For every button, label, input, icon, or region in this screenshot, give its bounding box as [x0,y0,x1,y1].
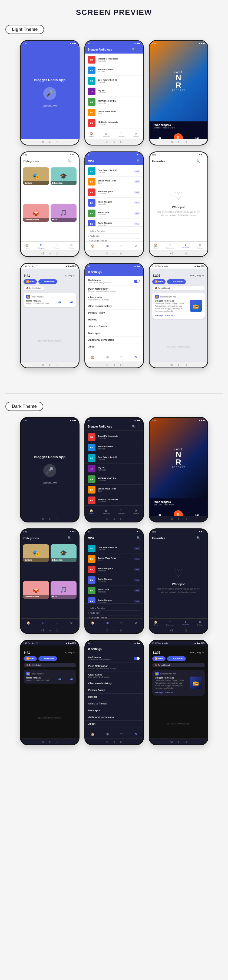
t-c-md[interactable]: ⊞ [106,621,109,625]
category-item[interactable]: 🎓 Education [51,544,77,562]
t-fav-fav-l[interactable]: ♥Favorites [182,243,189,248]
t-h-fd[interactable]: 🏠Home [154,620,158,626]
tab-settings-cat-light[interactable]: ⚙Settings [69,243,74,249]
radio-info-dark[interactable]: ℹ Radio Info [88,611,140,616]
settings-item[interactable]: Push Notification Receive push notificat… [85,286,143,294]
add-to-fav-light[interactable]: + Add to Favorite [88,229,140,234]
nc-wifi-dark[interactable]: 📶 WiFi [152,656,166,661]
list-item[interactable]: AN ANTARA - 94.7 FM Indonesia [85,474,143,485]
list-item[interactable]: CO Cool Fahrenheit 88 Thailand Misc [85,166,143,177]
settings-item[interactable]: Additional permission [85,337,143,344]
t-s-sd[interactable]: ⚙ [134,733,137,736]
t-home-dark[interactable]: 🏠Home [89,509,94,514]
t-cat-dark[interactable]: ⊞Categories [102,509,110,514]
tab-categories-light[interactable]: ⊞Categories [102,132,110,137]
settings-item[interactable]: Dark Mode Switch dark and light theme [85,654,143,663]
radio-info-light[interactable]: ℹ Radio Info [88,234,140,239]
t-set-dark[interactable]: ⚙Settings [133,509,139,514]
settings-item[interactable]: Clear search history [85,303,143,310]
t-h-md[interactable]: 🏠 [91,621,95,625]
nc-clearall-dark[interactable]: Clear all [165,691,173,694]
dnd-badge-light[interactable]: 🔕 Do Not Disturb [24,286,45,290]
add-fav-dark[interactable]: + Add to Favorite [88,606,140,611]
t-c-fd[interactable]: ⊞Categories [166,620,174,626]
tab-favorites-light[interactable]: ♡Favorites [118,132,125,137]
list-item[interactable]: SM Smart FM Indonesia Indonesia [85,55,143,65]
nc-bt-dark[interactable]: 🔵 Bluetooth [167,656,186,661]
category-item[interactable]: 🎪 Entertainment [23,581,49,599]
nc-wifi-light[interactable]: 📶 WiFi [152,279,166,284]
settings-item[interactable]: Privacy Policy [85,687,143,694]
dark-mode-toggle[interactable] [134,280,140,283]
nc-dnd-badge-light[interactable]: 🔕 Do Not Disturb [152,286,205,290]
tab-categories-cat-light[interactable]: ⊞Categories [37,243,45,249]
t-s-fd[interactable]: ⚙Settings [197,620,203,626]
t-cat-set-l[interactable]: ⊞ [106,356,109,359]
t-home-fav-l[interactable]: 🏠Home [154,243,158,249]
settings-item[interactable]: About [85,721,143,727]
t-f-cd[interactable]: ♡ [56,621,58,625]
list-item[interactable]: HD HD Radio Indonesia Indonesia [85,118,143,129]
list-item[interactable]: RA Radio Niagara Indonesia Misc [85,198,143,208]
settings-item[interactable]: Dark Mode Switch dark and light theme [85,277,143,286]
tab-fav-music-light[interactable]: ♡ [120,244,123,248]
tab-settings-light[interactable]: ⚙Settings [133,132,139,137]
t-fav-set-l[interactable]: ♡ [120,356,123,359]
category-item[interactable]: 🎓 Education [51,167,77,185]
dark-mode-toggle[interactable] [134,657,140,660]
nc-manage-dark[interactable]: Manage [155,691,163,694]
list-item[interactable]: CO Cool Fahrenheit 88 Thailand [85,453,143,463]
t-set-set-l[interactable]: ⚙ [134,356,137,359]
settings-item[interactable]: Additional permission [85,714,143,721]
list-item[interactable]: CO Cool Fahrenheit 88 Thailand [85,76,143,86]
category-item[interactable]: 🎭 Culture [23,544,49,562]
list-item[interactable]: JA Jay HFI Indonesia [85,463,143,474]
settings-item[interactable]: More apps [85,707,143,714]
list-item[interactable]: AN ANTARA - 94.7 FM Indonesia [85,97,143,107]
list-item[interactable]: HD HD Radio Indonesia Indonesia [85,495,143,506]
settings-item[interactable]: Clear search history [85,680,143,687]
settings-item[interactable]: About [85,344,143,350]
tab-set-music-light[interactable]: ⚙ [134,244,137,248]
list-item[interactable]: JA Jay HFI Indonesia [85,86,143,97]
settings-item[interactable]: More apps [85,330,143,337]
t-cat-fav-l[interactable]: ⊞Categories [166,243,174,249]
settings-item[interactable]: Share to friends [85,323,143,330]
nc-clearall-light[interactable]: Clear all [165,314,173,317]
settings-item[interactable]: Privacy Policy [85,310,143,317]
wifi-badge-light[interactable]: 📶 WiFi [24,279,37,284]
settings-item[interactable]: Rate us [85,694,143,700]
t-c-cd[interactable]: ⊞ [42,621,45,625]
nc-bt-light[interactable]: 🔵 Bluetooth [167,279,186,284]
settings-item[interactable]: Share to friends [85,700,143,707]
t-h-sd[interactable]: 🏠 [91,733,95,736]
tab-home-light[interactable]: 🏠Home [89,132,94,137]
t-set-fav-l[interactable]: ⚙Settings [197,243,203,249]
t-f-md[interactable]: ♡ [120,621,123,625]
dnd-badge-dark[interactable]: 🔕 Do Not Disturb [24,663,76,667]
t-home-set-l[interactable]: 🏠 [91,356,95,359]
nc-manage-light[interactable]: Manage [155,314,163,317]
t-s-md[interactable]: ⚙ [134,621,137,625]
tab-home-cat-light[interactable]: 🏠Home [25,243,29,249]
category-item[interactable]: 🎪 Entertainment [23,204,49,222]
settings-item[interactable]: Rate us [85,317,143,323]
list-item[interactable]: DA Dance Wave Retro Retro [85,485,143,495]
t-s-cd[interactable]: ⚙ [70,621,73,625]
list-item[interactable]: RA Radio Niagara Indonesia Misc [85,219,143,226]
tab-fav-cat-light[interactable]: ♡Favorites [54,243,60,249]
category-item[interactable]: 🎭 Culture [23,167,49,185]
category-item[interactable]: 🎵 Misc [51,204,77,222]
tab-home-music-light[interactable]: 🏠 [91,244,95,248]
list-item[interactable]: RA Radio Jaca Indonesia Misc [85,208,143,219]
list-item[interactable]: CO Cool Fahrenheit 88 Thailand Misc [85,543,143,554]
tab-cat-music-light[interactable]: ⊞ [106,244,109,248]
list-item[interactable]: RA Radio Jaca Indonesia Misc [85,585,143,596]
list-item[interactable]: RA Radio Dangdut Indonesia Misc [85,564,143,575]
t-h-cd[interactable]: 🏠 [27,621,30,625]
list-item[interactable]: DA Dance Wave Retro Retro Misc [85,554,143,564]
wifi-badge-dark[interactable]: 📶 WiFi [24,656,37,661]
settings-item[interactable]: Clear Cache Free up to 0.0 MB space [85,671,143,680]
category-item[interactable]: 🎵 Misc [51,581,77,599]
bt-badge-light[interactable]: 🔵 Bluetooth [38,279,57,284]
